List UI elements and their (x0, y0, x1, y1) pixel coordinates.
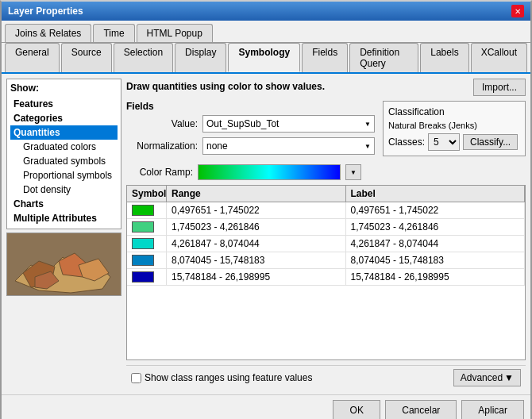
tab-time[interactable]: Time (93, 24, 134, 42)
header-range: Range (167, 186, 346, 202)
header-symbol: Symbol (127, 186, 167, 202)
classification-section: Classification Natural Breaks (Jenks) Cl… (383, 101, 526, 156)
table-row[interactable]: 0,497651 - 1,745022 0,497651 - 1,745022 (127, 202, 525, 219)
tab-source[interactable]: Source (61, 43, 112, 72)
normalization-label: Normalization: (126, 140, 198, 152)
draw-title: Draw quantities using color to show valu… (126, 81, 325, 92)
label-cell-4: 15,748184 - 26,198995 (346, 269, 526, 285)
symbol-cell-4 (127, 269, 167, 285)
classes-select[interactable]: 5 3 4 6 7 (428, 133, 460, 151)
tab-labels[interactable]: Labels (420, 43, 468, 72)
import-button[interactable]: Import... (473, 79, 526, 96)
range-cell-4: 15,748184 - 26,198995 (167, 269, 346, 285)
symbol-cell-3 (127, 252, 167, 268)
left-panel: Show: Features Categories Quantities Gra… (6, 79, 121, 229)
value-select[interactable]: Out_SupSub_Tot ▼ (202, 115, 375, 133)
color-ramp-preview (198, 164, 341, 180)
range-cell-3: 8,074045 - 15,748183 (167, 252, 346, 268)
sidebar-item-graduated-colors[interactable]: Graduated colors (10, 140, 118, 154)
classes-label: Classes: (388, 136, 425, 148)
close-button[interactable]: ✕ (511, 5, 524, 17)
table-row[interactable]: 8,074045 - 15,748183 8,074045 - 15,74818… (127, 252, 525, 269)
tab-row-1: Joins & Relates Time HTML Popup (2, 21, 530, 43)
value-label: Value: (126, 118, 198, 129)
classification-method: Natural Breaks (Jenks) (388, 121, 520, 130)
symbol-cell-0 (127, 202, 167, 218)
layer-properties-window: Layer Properties ✕ Joins & Relates Time … (0, 0, 532, 419)
sidebar-item-quantities[interactable]: Quantities (10, 125, 118, 140)
apply-button[interactable]: Aplicar (461, 400, 524, 419)
color-swatch-4 (132, 271, 154, 283)
sidebar-item-multiple-attributes[interactable]: Multiple Attributes (10, 211, 118, 225)
main-content: Show: Features Categories Quantities Gra… (2, 74, 530, 394)
window-title: Layer Properties (8, 6, 83, 17)
left-side: Show: Features Categories Quantities Gra… (6, 79, 121, 390)
sidebar-item-graduated-symbols[interactable]: Graduated symbols (10, 154, 118, 168)
show-ranges-checkbox[interactable] (131, 373, 141, 383)
color-swatch-3 (132, 255, 154, 266)
tab-selection[interactable]: Selection (114, 43, 173, 72)
title-bar: Layer Properties ✕ (2, 2, 530, 21)
tab-general[interactable]: General (5, 43, 60, 72)
tab-display[interactable]: Display (175, 43, 226, 72)
classification-title: Classification (388, 106, 520, 117)
tab-symbology[interactable]: Symbology (228, 43, 300, 72)
table-row[interactable]: 15,748184 - 26,198995 15,748184 - 26,198… (127, 269, 525, 286)
fields-section: Fields Value: Out_SupSub_Tot ▼ Normaliza… (126, 101, 526, 160)
fields-label: Fields (126, 101, 375, 112)
color-swatch-2 (132, 238, 154, 249)
label-cell-0: 0,497651 - 1,745022 (346, 202, 526, 218)
tab-html[interactable]: HTML Popup (137, 24, 213, 42)
dialog-footer: OK Cancelar Aplicar (2, 394, 530, 419)
show-label: Show: (10, 83, 118, 94)
map-preview-svg (7, 233, 121, 296)
tab-row-2: General Source Selection Display Symbolo… (2, 43, 530, 74)
label-cell-2: 4,261847 - 8,074044 (346, 236, 526, 252)
sidebar-item-features[interactable]: Features (10, 97, 118, 111)
table-header: Symbol Range Label (127, 186, 525, 202)
symbol-cell-2 (127, 236, 167, 252)
value-arrow-icon: ▼ (364, 121, 371, 128)
advanced-button[interactable]: Advanced ▼ (453, 369, 521, 386)
sidebar-item-categories[interactable]: Categories (10, 111, 118, 125)
classes-row: Classes: 5 3 4 6 7 Classify... (388, 133, 520, 151)
value-row: Value: Out_SupSub_Tot ▼ (126, 115, 375, 133)
ok-button[interactable]: OK (333, 400, 380, 419)
color-ramp-dropdown-icon[interactable]: ▼ (345, 164, 361, 180)
map-preview (6, 233, 121, 296)
advanced-arrow-icon: ▼ (504, 372, 514, 383)
symbol-cell-1 (127, 219, 167, 235)
value-selected-text: Out_SupSub_Tot (206, 118, 279, 129)
color-swatch-1 (132, 221, 154, 233)
classify-button[interactable]: Classify... (463, 134, 518, 150)
color-ramp-row: Color Ramp: ▼ (126, 164, 526, 180)
table-row[interactable]: 4,261847 - 8,074044 4,261847 - 8,074044 (127, 236, 525, 252)
normalization-arrow-icon: ▼ (364, 143, 371, 150)
sidebar-item-proportional-symbols[interactable]: Proportional symbols (10, 168, 118, 183)
show-ranges-label: Show class ranges using feature values (145, 372, 312, 383)
range-cell-0: 0,497651 - 1,745022 (167, 202, 346, 218)
table-row[interactable]: 1,745023 - 4,261846 1,745023 - 4,261846 (127, 219, 525, 236)
cancel-button[interactable]: Cancelar (385, 400, 457, 419)
advanced-label: Advanced (461, 372, 503, 383)
range-cell-1: 1,745023 - 4,261846 (167, 219, 346, 235)
tab-fields[interactable]: Fields (302, 43, 348, 72)
symbology-table: Symbol Range Label 0,497651 - 1,745022 0… (126, 185, 526, 360)
label-cell-1: 1,745023 - 4,261846 (346, 219, 526, 235)
tab-defquery[interactable]: Definition Query (349, 43, 418, 72)
tab-xcallout[interactable]: XCallout (471, 43, 527, 72)
show-ranges-row: Show class ranges using feature values (131, 372, 449, 383)
fields-left: Fields Value: Out_SupSub_Tot ▼ Normaliza… (126, 101, 375, 160)
normalization-row: Normalization: none ▼ (126, 137, 375, 155)
sidebar-item-dot-density[interactable]: Dot density (10, 183, 118, 197)
normalization-select[interactable]: none ▼ (202, 137, 375, 155)
sidebar-item-charts[interactable]: Charts (10, 197, 118, 211)
normalization-selected-text: none (206, 140, 228, 152)
classification-box: Classification Natural Breaks (Jenks) Cl… (383, 101, 526, 156)
right-panel: Draw quantities using color to show valu… (126, 79, 526, 390)
color-ramp-label: Color Ramp: (126, 167, 193, 178)
color-swatch-0 (132, 205, 154, 216)
tab-joins[interactable]: Joins & Relates (5, 24, 91, 42)
header-label: Label (346, 186, 526, 202)
label-cell-3: 8,074045 - 15,748183 (346, 252, 526, 268)
